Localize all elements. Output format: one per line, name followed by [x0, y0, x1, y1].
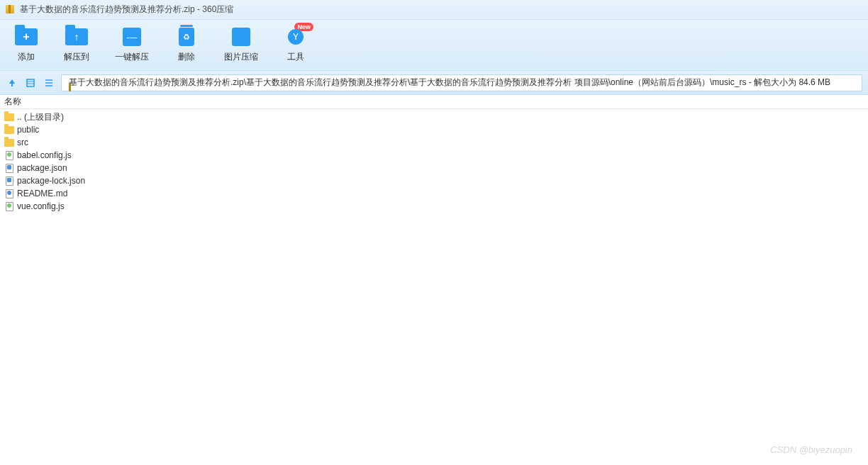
- delete-icon: ♻: [174, 27, 199, 47]
- list-item[interactable]: vue.config.js: [0, 200, 868, 213]
- list-item[interactable]: .. (上级目录): [0, 111, 868, 123]
- archive-icon: [6, 5, 16, 15]
- extract-to-icon: ↑: [65, 27, 89, 47]
- image-compress-label: 图片压缩: [224, 51, 258, 63]
- list-item[interactable]: babel.config.js: [0, 149, 868, 162]
- column-name[interactable]: 名称: [4, 96, 21, 108]
- list-item[interactable]: package.json: [0, 162, 868, 174]
- one-click-icon: —: [120, 27, 144, 47]
- titlebar: 基于大数据的音乐流行趋势预测及推荐分析.zip - 360压缩: [0, 0, 868, 20]
- folder-icon: [4, 112, 14, 122]
- list-item[interactable]: README.md: [0, 187, 868, 200]
- json-file-icon: [4, 163, 14, 173]
- add-icon: +: [14, 27, 38, 47]
- list-item[interactable]: package-lock.json: [0, 174, 868, 187]
- folder-icon: [4, 125, 14, 135]
- window-title: 基于大数据的音乐流行趋势预测及推荐分析.zip - 360压缩: [20, 4, 233, 16]
- add-label: 添加: [18, 51, 35, 63]
- path-input[interactable]: 基于大数据的音乐流行趋势预测及推荐分析.zip\基于大数据的音乐流行趋势预测及推…: [61, 74, 862, 91]
- toolbar: + 添加 ↑ 解压到 — 一键解压 ♻ 删除 图片压缩 New Y 工具: [0, 20, 868, 71]
- delete-label: 删除: [178, 51, 195, 63]
- folder-icon: [4, 138, 14, 147]
- file-name: .. (上级目录): [17, 111, 64, 123]
- file-name: package.json: [17, 163, 67, 173]
- extract-to-label: 解压到: [64, 51, 89, 63]
- file-name: src: [17, 138, 28, 147]
- file-name: public: [17, 125, 39, 135]
- add-button[interactable]: + 添加: [14, 27, 38, 63]
- list-item[interactable]: src: [0, 136, 868, 149]
- image-compress-icon: [229, 27, 253, 47]
- column-header-row: 名称: [0, 95, 868, 109]
- json-file-icon: [4, 176, 14, 186]
- svg-rect-0: [27, 79, 34, 86]
- list-item[interactable]: public: [0, 123, 868, 136]
- js-file-icon: [4, 201, 14, 211]
- file-name: README.md: [17, 189, 67, 198]
- extract-to-button[interactable]: ↑ 解压到: [64, 27, 89, 63]
- md-file-icon: [4, 189, 14, 198]
- tools-button[interactable]: New Y 工具: [284, 27, 308, 63]
- file-list: .. (上级目录) public src babel.config.js pac…: [0, 109, 868, 214]
- watermark: CSDN @biyezuopin: [770, 444, 852, 455]
- js-file-icon: [4, 150, 14, 160]
- one-click-extract-button[interactable]: — 一键解压: [115, 27, 149, 63]
- delete-button[interactable]: ♻ 删除: [174, 27, 199, 63]
- file-name: vue.config.js: [17, 201, 65, 211]
- view-details-button[interactable]: [24, 77, 37, 89]
- tools-label: 工具: [287, 51, 304, 63]
- pathbar: 基于大数据的音乐流行趋势预测及推荐分析.zip\基于大数据的音乐流行趋势预测及推…: [0, 71, 868, 95]
- image-compress-button[interactable]: 图片压缩: [224, 27, 258, 63]
- nav-up-button[interactable]: [6, 77, 18, 89]
- view-list-button[interactable]: [43, 77, 55, 89]
- path-text: 基于大数据的音乐流行趋势预测及推荐分析.zip\基于大数据的音乐流行趋势预测及推…: [69, 77, 830, 89]
- file-name: babel.config.js: [17, 150, 72, 160]
- one-click-label: 一键解压: [115, 51, 149, 63]
- file-name: package-lock.json: [17, 176, 85, 186]
